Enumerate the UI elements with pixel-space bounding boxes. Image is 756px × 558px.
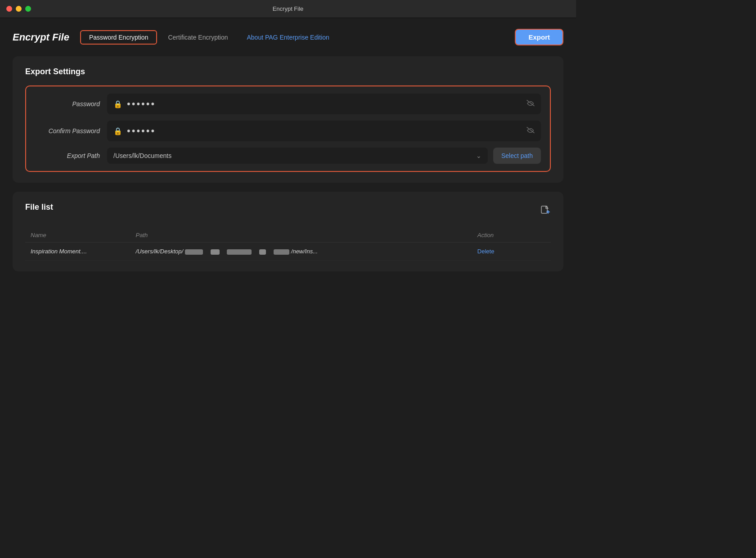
redacted-4 <box>259 249 266 255</box>
tabs: Password Encryption Certificate Encrypti… <box>80 30 515 45</box>
redacted-1 <box>185 249 203 255</box>
redacted-3 <box>227 249 252 255</box>
maximize-button[interactable] <box>25 6 31 12</box>
column-name: Name <box>25 228 130 243</box>
path-separator <box>206 248 207 255</box>
file-path: /Users/lk/Desktop/ /new/Ins... <box>130 243 472 261</box>
file-list-panel: File list Name Path Action <box>13 192 563 271</box>
export-path-label: Export Path <box>35 152 107 159</box>
password-row: Password 🔒 •••••• <box>35 94 541 114</box>
settings-box: Password 🔒 •••••• Confirm Password <box>25 86 551 172</box>
file-list-title: File list <box>25 202 53 212</box>
traffic-lights <box>6 6 31 12</box>
export-button[interactable]: Export <box>515 29 563 45</box>
delete-action[interactable]: Delete <box>472 243 551 261</box>
export-settings-title: Export Settings <box>25 67 551 76</box>
table-header-row: Name Path Action <box>25 228 551 243</box>
export-path-row: Export Path /Users/lk/Documents ⌄ Select… <box>35 148 541 164</box>
add-file-button[interactable] <box>540 205 551 218</box>
close-button[interactable] <box>6 6 12 12</box>
confirm-password-label: Confirm Password <box>35 127 107 135</box>
path-separator-4 <box>269 248 271 255</box>
redacted-5 <box>274 249 289 255</box>
confirm-password-input[interactable]: 🔒 •••••• <box>107 121 541 141</box>
path-dropdown[interactable]: /Users/lk/Documents ⌄ <box>107 148 488 164</box>
toggle-confirm-password-icon[interactable] <box>526 127 535 135</box>
tab-password-encryption[interactable]: Password Encryption <box>80 30 158 45</box>
table-row: Inspiration Moment.... /Users/lk/Desktop… <box>25 243 551 261</box>
toggle-password-icon[interactable] <box>526 100 535 108</box>
titlebar: Encrypt File <box>0 0 576 18</box>
password-dots: •••••• <box>127 98 522 110</box>
main-content: Encrypt File Password Encryption Certifi… <box>0 18 576 432</box>
file-name: Inspiration Moment.... <box>25 243 130 261</box>
tab-about[interactable]: About PAG Enterprise Edition <box>239 31 338 44</box>
lock-icon-2: 🔒 <box>113 127 122 135</box>
window-title: Encrypt File <box>273 5 304 12</box>
tab-certificate-encryption[interactable]: Certificate Encryption <box>159 30 237 45</box>
lock-icon: 🔒 <box>113 100 122 108</box>
minimize-button[interactable] <box>16 6 22 12</box>
path-value: /Users/lk/Documents <box>113 152 476 159</box>
path-separator-3 <box>255 248 256 255</box>
chevron-down-icon: ⌄ <box>476 152 482 159</box>
path-separator-2 <box>222 248 224 255</box>
file-table: Name Path Action Inspiration Moment.... … <box>25 228 551 261</box>
svg-rect-0 <box>541 206 547 213</box>
redacted-2 <box>211 249 220 255</box>
password-input[interactable]: 🔒 •••••• <box>107 94 541 114</box>
path-row: /Users/lk/Documents ⌄ Select path <box>107 148 541 164</box>
file-list-header: File list <box>25 202 551 221</box>
select-path-button[interactable]: Select path <box>493 148 541 164</box>
column-path: Path <box>130 228 472 243</box>
export-settings-panel: Export Settings Password 🔒 •••••• <box>13 56 563 183</box>
confirm-password-row: Confirm Password 🔒 •••••• <box>35 121 541 141</box>
app-title: Encrypt File <box>13 32 69 43</box>
password-label: Password <box>35 100 107 108</box>
confirm-password-dots: •••••• <box>127 125 522 137</box>
column-action: Action <box>472 228 551 243</box>
header-row: Encrypt File Password Encryption Certifi… <box>13 29 563 45</box>
